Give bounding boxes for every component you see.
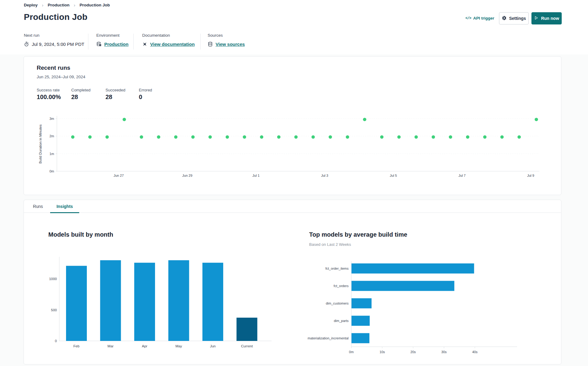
info-value-documentation[interactable]: View documentation bbox=[150, 42, 195, 47]
top-models-xtick: 0m bbox=[349, 350, 353, 354]
month-bar-current[interactable] bbox=[237, 318, 257, 341]
info-col-environment: EnvironmentProduction bbox=[96, 33, 128, 47]
info-label-documentation: Documentation bbox=[142, 33, 195, 38]
run-duration-point[interactable] bbox=[260, 135, 263, 139]
scatter-axes bbox=[57, 116, 539, 171]
top-models-category-label: fct_orders bbox=[334, 284, 349, 288]
months-xtick: Mar bbox=[108, 344, 114, 348]
environment-database-icon bbox=[96, 42, 102, 47]
build-time-bar-dim-parts[interactable] bbox=[352, 316, 370, 326]
dbt-docs-icon bbox=[142, 42, 147, 47]
run-duration-point[interactable] bbox=[243, 135, 246, 139]
scatter-xtick: Jun 29 bbox=[182, 174, 192, 177]
stat-label: Success rate bbox=[37, 88, 61, 92]
top-models-chart-subtitle: Based on Last 2 Weeks bbox=[309, 242, 351, 247]
scatter-xtick: Jul 1 bbox=[253, 174, 260, 177]
run-duration-point[interactable] bbox=[483, 135, 486, 139]
stat-completed: Completed28 bbox=[71, 88, 91, 101]
build-time-bar-dim-customers[interactable] bbox=[352, 298, 372, 309]
run-duration-point[interactable] bbox=[191, 135, 195, 139]
breadcrumb: Deploy›Production›Production Job bbox=[24, 2, 110, 8]
run-duration-point[interactable] bbox=[329, 135, 332, 139]
tab-bar: RunsInsights bbox=[24, 200, 561, 213]
run-duration-point[interactable] bbox=[140, 135, 143, 139]
run-duration-point[interactable] bbox=[346, 135, 349, 139]
scatter-xtick: Jun 27 bbox=[113, 174, 124, 177]
months-xtick: Apr bbox=[142, 344, 147, 348]
stat-value: 28 bbox=[105, 94, 125, 101]
top-models-xtick: 20s bbox=[410, 350, 416, 354]
stat-value: 0 bbox=[139, 94, 152, 101]
run-duration-point[interactable] bbox=[380, 135, 383, 139]
info-value-sources[interactable]: View sources bbox=[216, 42, 245, 47]
month-bar-jun[interactable] bbox=[202, 263, 223, 341]
month-bar-mar[interactable] bbox=[100, 260, 121, 341]
play-icon bbox=[534, 16, 538, 21]
month-bar-feb[interactable] bbox=[66, 266, 87, 341]
run-duration-point[interactable] bbox=[466, 135, 469, 139]
run-duration-point[interactable] bbox=[294, 135, 298, 139]
run-duration-point[interactable] bbox=[226, 135, 229, 139]
run-duration-point[interactable] bbox=[71, 135, 75, 139]
run-duration-point[interactable] bbox=[517, 135, 521, 139]
models-built-chart: 05001000FebMarAprMayJunCurrent bbox=[45, 254, 290, 352]
top-models-category-label: fct_order_items bbox=[325, 267, 349, 270]
run-duration-point[interactable] bbox=[277, 135, 280, 139]
run-duration-point[interactable] bbox=[123, 118, 126, 121]
tab-runs[interactable]: Runs bbox=[29, 200, 47, 213]
build-time-bar-fct-orders[interactable] bbox=[352, 281, 454, 291]
months-xtick: May bbox=[176, 344, 182, 348]
models-built-chart-title: Models built by month bbox=[48, 231, 113, 238]
gear-icon bbox=[502, 16, 507, 21]
run-now-button[interactable]: Run now bbox=[531, 12, 562, 24]
months-xtick: Jun bbox=[210, 344, 216, 348]
scatter-xtick: Jul 7 bbox=[458, 174, 465, 177]
run-duration-point[interactable] bbox=[535, 118, 538, 121]
months-xtick: Current bbox=[241, 344, 253, 348]
info-label-environment: Environment bbox=[96, 33, 128, 38]
info-label-sources: Sources bbox=[208, 33, 245, 38]
top-models-xtick: 30s bbox=[441, 350, 447, 354]
build-time-bar-materialization-incremental[interactable] bbox=[352, 333, 370, 343]
run-duration-point[interactable] bbox=[312, 135, 315, 139]
run-now-button-label: Run now bbox=[541, 16, 559, 21]
stat-label: Completed bbox=[71, 88, 91, 92]
tab-insights[interactable]: Insights bbox=[50, 200, 79, 213]
run-duration-point[interactable] bbox=[363, 118, 366, 121]
top-models-chart: fct_order_itemsfct_ordersdim_customersdi… bbox=[306, 255, 535, 357]
run-duration-point[interactable] bbox=[174, 135, 177, 139]
run-duration-point[interactable] bbox=[449, 135, 452, 139]
run-duration-point[interactable] bbox=[209, 135, 212, 139]
recent-runs-date-range: Jun 25, 2024–Jul 09, 2024 bbox=[37, 75, 85, 79]
run-duration-point[interactable] bbox=[500, 135, 504, 139]
api-trigger-link[interactable]: </> API trigger bbox=[465, 16, 494, 20]
stat-success-rate: Success rate100.00% bbox=[37, 88, 61, 101]
run-duration-point[interactable] bbox=[157, 135, 160, 139]
stat-errored: Errored0 bbox=[139, 88, 152, 101]
breadcrumb-item-deploy[interactable]: Deploy bbox=[24, 3, 38, 7]
month-bar-may[interactable] bbox=[168, 260, 189, 341]
info-value-environment[interactable]: Production bbox=[104, 42, 128, 47]
insights-card: RunsInsights Models built by month 05001… bbox=[24, 200, 561, 364]
info-divider bbox=[200, 34, 201, 50]
months-ytick: 1000 bbox=[49, 277, 57, 281]
breadcrumb-item-production-job[interactable]: Production Job bbox=[80, 3, 110, 7]
build-time-bar-fct-order-items[interactable] bbox=[352, 264, 474, 274]
run-duration-point[interactable] bbox=[415, 135, 418, 139]
breadcrumb-item-production[interactable]: Production bbox=[48, 3, 69, 7]
months-ytick: 500 bbox=[51, 308, 57, 312]
recent-runs-card: Recent runs Jun 25, 2024–Jul 09, 2024 Su… bbox=[24, 56, 561, 195]
run-duration-point[interactable] bbox=[432, 135, 435, 139]
run-duration-point[interactable] bbox=[105, 135, 109, 139]
run-duration-point[interactable] bbox=[88, 135, 92, 139]
scatter-ylabel: Build Duration in Minutes bbox=[39, 124, 42, 164]
top-models-category-label: materialization_incremental bbox=[308, 336, 349, 340]
run-duration-point[interactable] bbox=[397, 135, 401, 139]
chevron-right-icon: › bbox=[74, 2, 75, 8]
month-bar-apr[interactable] bbox=[134, 263, 155, 341]
clock-icon bbox=[24, 42, 29, 47]
top-models-xtick: 10s bbox=[379, 350, 385, 354]
info-label-next-run: Next run bbox=[24, 33, 84, 38]
stat-value: 100.00% bbox=[37, 94, 61, 101]
settings-button[interactable]: Settings bbox=[499, 12, 529, 24]
